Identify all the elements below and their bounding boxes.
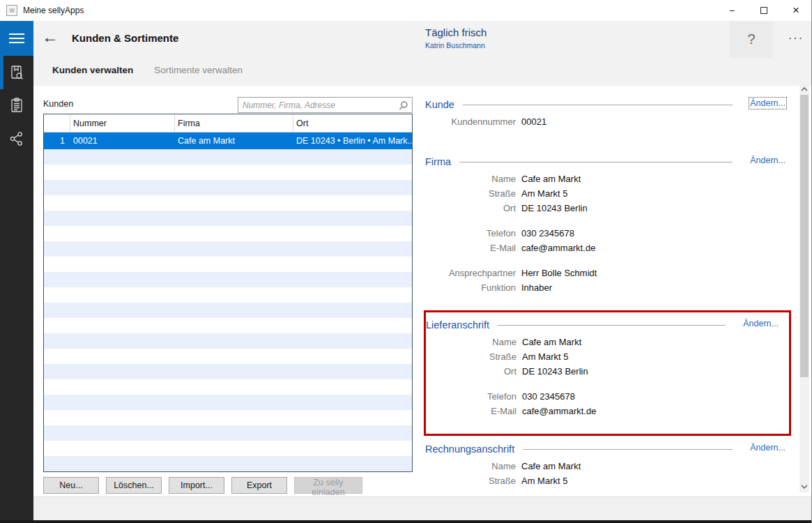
section-divider bbox=[463, 105, 733, 105]
app-window: w Meine sellyApps − × bbox=[0, 0, 812, 523]
account-company: Täglich frisch bbox=[425, 26, 487, 38]
export-button[interactable]: Export bbox=[231, 477, 287, 494]
section-rechnungsanschrift: RechnungsanschriftÄndern...NameCafe am M… bbox=[424, 442, 791, 488]
table-cell: Cafe am Markt bbox=[175, 132, 293, 149]
table-empty-row bbox=[44, 226, 412, 241]
section-header: RechnungsanschriftÄndern... bbox=[425, 442, 791, 456]
field-row: Telefon030 2345678 bbox=[425, 226, 791, 241]
table-row[interactable]: 100021Cafe am MarktDE 10243 • Berlin • A… bbox=[44, 132, 412, 149]
back-button[interactable]: ← bbox=[42, 28, 59, 46]
table-empty-row bbox=[44, 165, 412, 180]
section-title: Rechnungsanschrift bbox=[425, 444, 514, 455]
field-group: NameCafe am MarktStraßeAm Markt 5OrtDE 1… bbox=[425, 172, 791, 215]
sidebar-item-lists[interactable] bbox=[0, 89, 33, 122]
field-row: StraßeAm Markt 5 bbox=[426, 349, 784, 364]
table-empty-row bbox=[44, 395, 412, 410]
field-value: 030 2345678 bbox=[521, 226, 574, 241]
column-ort[interactable]: Ort bbox=[293, 114, 412, 132]
zu-selly-einladen-button: Zu selly einladen bbox=[294, 477, 362, 494]
section-title: Lieferanschrift bbox=[426, 319, 489, 331]
scroll-up-icon[interactable] bbox=[799, 84, 809, 95]
account-info: Täglich frisch Katrin Buschmann bbox=[425, 26, 487, 50]
minimize-button[interactable]: − bbox=[716, 0, 748, 21]
aendern-link[interactable]: Ändern... bbox=[750, 98, 786, 108]
field-row: NameCafe am Markt bbox=[425, 172, 791, 186]
aendern-link[interactable]: Ändern... bbox=[743, 319, 779, 328]
neu--button[interactable]: Neu... bbox=[43, 477, 99, 494]
table-empty-row bbox=[44, 211, 412, 226]
field-value: Herr Bolle Schmidt bbox=[521, 266, 597, 280]
field-value: Cafe am Markt bbox=[522, 335, 581, 349]
hamburger-icon bbox=[9, 33, 24, 35]
tab-kunden-verwalten[interactable]: Kunden verwalten bbox=[52, 65, 133, 75]
field-row: NameCafe am Markt bbox=[426, 335, 784, 349]
field-row: OrtDE 10243 Berlin bbox=[426, 364, 784, 379]
field-group: Kundennummer00021 bbox=[425, 114, 791, 129]
help-button[interactable]: ? bbox=[730, 21, 773, 58]
contacts-search-icon bbox=[8, 64, 25, 81]
taskbar-edge bbox=[0, 520, 812, 523]
table-empty-row bbox=[44, 195, 412, 211]
import--button[interactable]: Import... bbox=[169, 477, 224, 494]
table-empty-row bbox=[44, 379, 412, 395]
tab-bar: Kunden verwalten Sortimente verwalten bbox=[52, 65, 243, 75]
customers-label: Kunden bbox=[43, 99, 73, 109]
table-cell: 00021 bbox=[70, 132, 175, 149]
field-row: FunktionInhaber bbox=[425, 280, 791, 295]
sidebar bbox=[0, 21, 33, 523]
field-row: Kundennummer00021 bbox=[425, 114, 791, 129]
table-empty-row bbox=[44, 257, 412, 272]
field-label: Telefon bbox=[426, 389, 516, 404]
field-value: Cafe am Markt bbox=[521, 459, 581, 473]
section-title: Firma bbox=[425, 156, 451, 167]
table-empty-row bbox=[44, 241, 412, 257]
column-firma[interactable]: Firma bbox=[175, 114, 293, 132]
field-label: Straße bbox=[426, 349, 516, 364]
field-label: Ort bbox=[425, 201, 516, 215]
field-value: Am Markt 5 bbox=[521, 186, 567, 201]
maximize-button[interactable] bbox=[748, 0, 780, 21]
scrollbar-thumb[interactable] bbox=[800, 95, 809, 377]
scroll-down-icon[interactable] bbox=[799, 481, 809, 492]
tab-sortimente-verwalten[interactable]: Sortimente verwalten bbox=[154, 65, 243, 75]
field-label: Telefon bbox=[425, 226, 516, 241]
section-divider bbox=[459, 162, 733, 162]
section-header: LieferanschriftÄndern... bbox=[426, 318, 784, 332]
field-label: Kundennummer bbox=[425, 114, 516, 129]
table-body: 100021Cafe am MarktDE 10243 • Berlin • A… bbox=[44, 132, 412, 471]
löschen--button[interactable]: Löschen... bbox=[106, 477, 162, 494]
search-input[interactable] bbox=[238, 98, 412, 112]
page-header: ← Kunden & Sortimente Kunden verwalten S… bbox=[33, 21, 812, 86]
sidebar-item-contacts[interactable] bbox=[0, 56, 33, 89]
column-nummer[interactable]: Nummer bbox=[70, 114, 175, 132]
table-empty-row bbox=[44, 303, 412, 318]
sidebar-item-share[interactable] bbox=[0, 122, 33, 156]
field-value: Am Markt 5 bbox=[522, 349, 568, 364]
section-lieferanschrift: LieferanschriftÄndern...NameCafe am Mark… bbox=[424, 310, 791, 436]
field-value: 030 2345678 bbox=[522, 389, 575, 404]
close-button[interactable]: × bbox=[780, 0, 812, 21]
customer-search bbox=[238, 97, 413, 113]
field-label: Straße bbox=[425, 186, 516, 201]
maximize-icon bbox=[760, 7, 767, 14]
section-title: Kunde bbox=[425, 99, 454, 110]
field-group: AnsprechpartnerHerr Bolle SchmidtFunktio… bbox=[425, 266, 791, 295]
field-label: Straße bbox=[425, 473, 516, 488]
hamburger-menu-button[interactable] bbox=[0, 21, 33, 56]
field-row: StraßeAm Markt 5 bbox=[425, 473, 791, 488]
titlebar: w Meine sellyApps − × bbox=[0, 0, 812, 21]
field-row: AnsprechpartnerHerr Bolle Schmidt bbox=[425, 266, 791, 280]
field-group: NameCafe am MarktStraßeAm Markt 5 bbox=[425, 459, 791, 488]
column-rownum[interactable] bbox=[44, 114, 70, 132]
customer-details: KundeÄndern...Kundennummer00021FirmaÄnde… bbox=[424, 91, 791, 488]
more-options-button[interactable]: ··· bbox=[781, 29, 811, 50]
details-scrollbar[interactable] bbox=[799, 84, 809, 492]
aendern-link[interactable]: Ändern... bbox=[750, 443, 786, 453]
field-row: E-Mailcafe@ammarkt.de bbox=[425, 241, 791, 255]
aendern-link[interactable]: Ändern... bbox=[750, 156, 786, 165]
field-row: StraßeAm Markt 5 bbox=[425, 186, 791, 201]
field-label: Name bbox=[425, 172, 516, 186]
field-value: Inhaber bbox=[521, 280, 552, 295]
section-kunde: KundeÄndern...Kundennummer00021 bbox=[424, 98, 791, 129]
section-divider bbox=[523, 449, 733, 450]
